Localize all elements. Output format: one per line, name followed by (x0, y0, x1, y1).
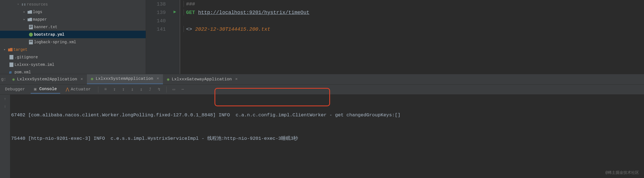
http-method: GET (186, 10, 195, 15)
code-editor[interactable]: 138 139 140 141 ▶ ### GET http://localho… (146, 0, 644, 74)
tree-item-target[interactable]: ▸ target (0, 46, 146, 53)
line-number: 139 (146, 8, 166, 17)
tree-label: logback-spring.xml (34, 40, 76, 44)
console-side-toolbar: ↑ ↓ (0, 95, 10, 178)
folder-icon (27, 18, 33, 21)
tab-actuator-label: Actuator (71, 87, 91, 92)
editor-content[interactable]: ### GET http://localhost:9201/hystrix/ti… (180, 0, 644, 74)
close-icon[interactable]: × (80, 77, 83, 82)
tree-item-logback[interactable]: logback-spring.xml (0, 38, 146, 46)
run-gutter-icon[interactable]: ▶ (174, 9, 176, 15)
tree-label: Lxlxxx-system.iml (14, 62, 54, 67)
tab-console[interactable]: ▣ Console (31, 85, 60, 94)
svg-rect-1 (30, 26, 32, 26)
xml-file-icon (28, 40, 34, 44)
run-tab-gateway[interactable]: ◉ LxlxxxGatewayApplication × (163, 74, 242, 84)
run-tab-system[interactable]: ◉ LxlxxxSystemApplication × (87, 74, 163, 84)
run-tab-system2[interactable]: ◉ LxlxxxSystem2Application × (8, 74, 87, 84)
svg-point-4 (29, 33, 33, 37)
step-over-icon[interactable]: ≡ (102, 87, 109, 92)
iml-file-icon (8, 62, 14, 67)
svg-rect-8 (9, 55, 13, 59)
separator (166, 86, 167, 93)
tree-label: mapper (33, 17, 47, 22)
spring-boot-icon: ◉ (167, 77, 169, 82)
tree-item-iml[interactable]: Lxlxxx-system.iml (0, 61, 146, 68)
debug-toolbar: Debugger ▣ Console ⋀ Actuator ≡ ↧ ↧ ↥ ↥ … (0, 85, 644, 95)
svg-rect-6 (30, 41, 32, 41)
console-icon: ▣ (34, 86, 36, 92)
tree-label: pom.xml (14, 70, 31, 74)
tree-item-mapper[interactable]: ▸ mapper (0, 16, 146, 23)
console-output[interactable]: 67402 [com.alibaba.nacos.client.Worker.l… (11, 96, 641, 158)
chevron-right-icon: ▸ (2, 47, 7, 52)
tree-item-banner[interactable]: banner.txt (0, 23, 146, 31)
scroll-down-icon[interactable]: ↓ (4, 104, 6, 109)
run-toolwindow-label: g: (0, 77, 8, 82)
drop-frame-icon[interactable]: ⤴ (147, 87, 153, 92)
chevron-down-icon: ▾ (16, 2, 21, 6)
tab-debugger[interactable]: Debugger (2, 86, 28, 93)
project-tree[interactable]: ▾ ▮▮ resources ▸ logs ▸ mapper banner.tx… (0, 0, 146, 74)
tree-label: .gitignore (14, 55, 38, 59)
run-tab-label: LxlxxxSystem2Application (17, 77, 77, 82)
line-number: 141 (146, 25, 166, 33)
calculator-icon[interactable]: ▭ (170, 87, 177, 92)
run-tab-label: LxlxxxGatewayApplication (172, 77, 232, 82)
svg-text:m: m (9, 70, 12, 74)
svg-rect-3 (30, 27, 31, 28)
tree-label: target (13, 47, 27, 52)
maven-file-icon: m (8, 70, 14, 74)
console-panel: ↑ ↓ 67402 [com.alibaba.nacos.client.Work… (0, 95, 644, 178)
chevron-right-icon: ▸ (22, 17, 27, 21)
angle-bracket: <> (186, 27, 192, 32)
svg-rect-0 (29, 25, 33, 29)
force-step-into-icon[interactable]: ↧ (120, 87, 127, 92)
spring-boot-icon: ◉ (12, 77, 15, 82)
folder-icon (7, 48, 13, 51)
tree-item-bootstrap[interactable]: bootstrap.yml (0, 31, 146, 38)
editor-gutter-icons: ▶ (172, 0, 180, 74)
tree-label: resources (27, 2, 48, 7)
tab-console-label: Console (39, 87, 57, 92)
tree-item-pom[interactable]: m pom.xml (0, 68, 146, 74)
chevron-right-icon: ▸ (22, 10, 27, 14)
folder-icon: ▮▮ (21, 2, 27, 7)
step-into-icon[interactable]: ↧ (111, 87, 118, 92)
tree-label: bootstrap.yml (34, 32, 64, 37)
log-line: 67402 [com.alibaba.nacos.client.Worker.l… (11, 111, 641, 119)
tree-item-gitignore[interactable]: .gitignore (0, 53, 146, 61)
gitignore-file-icon (8, 55, 14, 59)
log-line: 75440 [http-nio-9201-exec-3] INFO c.e.s.… (11, 135, 641, 143)
folder-icon (27, 10, 33, 14)
close-icon[interactable]: × (157, 76, 159, 81)
line-number: 140 (146, 17, 166, 25)
step-out-icon[interactable]: ↥ (129, 87, 136, 92)
tree-label: banner.txt (34, 25, 57, 29)
run-configurations-bar: g: ◉ LxlxxxSystem2Application × ◉ Lxlxxx… (0, 74, 644, 85)
svg-rect-9 (9, 62, 13, 67)
more-icon[interactable]: ⋯ (179, 87, 186, 92)
run-to-cursor-icon[interactable]: ↥ (138, 87, 145, 92)
spring-boot-icon: ◉ (91, 76, 93, 81)
scroll-up-icon[interactable]: ↑ (4, 97, 6, 101)
evaluate-icon[interactable]: ↯ (156, 87, 162, 92)
close-icon[interactable]: × (235, 77, 238, 82)
text-file-icon (28, 25, 34, 29)
tree-label: logs (33, 10, 42, 14)
svg-rect-7 (30, 42, 32, 42)
tab-actuator[interactable]: ⋀ Actuator (62, 86, 94, 93)
line-number: 138 (146, 0, 166, 8)
tree-item-logs[interactable]: ▸ logs (0, 8, 146, 16)
actuator-icon: ⋀ (66, 87, 69, 92)
tree-item-resources[interactable]: ▾ ▮▮ resources (0, 1, 146, 8)
response-file: 2022-12-30T144415.200.txt (195, 27, 270, 32)
editor-gutter: 138 139 140 141 (146, 0, 172, 74)
spring-file-icon (28, 32, 34, 37)
svg-rect-5 (29, 40, 33, 44)
code-comment: ### (186, 1, 195, 7)
watermark: @稀土掘金技术社区 (606, 170, 639, 175)
separator (98, 86, 98, 93)
http-url[interactable]: http://localhost:9201/hystrix/timeOut (198, 10, 309, 15)
run-tab-label: LxlxxxSystemApplication (96, 76, 153, 81)
